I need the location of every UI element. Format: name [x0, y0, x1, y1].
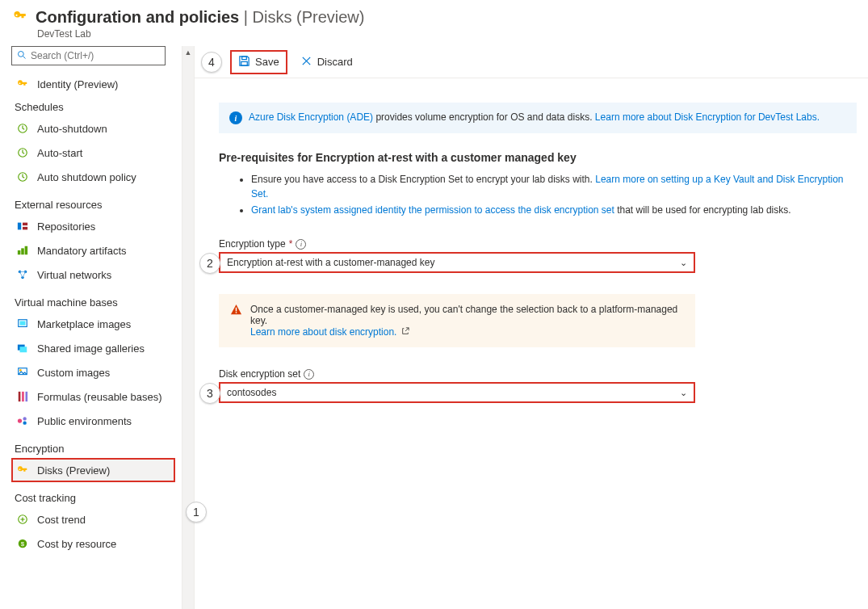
cost-resource-icon: $ — [16, 537, 29, 550]
key-icon — [13, 9, 27, 26]
svg-rect-17 — [20, 346, 27, 352]
gallery-icon — [16, 342, 29, 355]
sidebar-item-label: Auto-start — [37, 147, 82, 159]
sidebar-item-auto-shutdown[interactable]: Auto-shutdown — [11, 116, 175, 141]
discard-icon — [300, 55, 312, 69]
save-label: Save — [255, 56, 279, 68]
prerequisites-heading: Pre-requisites for Encryption at-rest wi… — [219, 151, 860, 164]
info-banner: i Azure Disk Encryption (ADE) provides v… — [219, 103, 857, 133]
sidebar-item-label: Auto shutdown policy — [37, 171, 136, 183]
scrollbar[interactable]: ▲ — [182, 46, 195, 609]
formulas-icon — [16, 390, 29, 403]
sidebar-item-label: Virtual networks — [37, 269, 111, 281]
clock-icon — [16, 122, 29, 135]
breadcrumb: DevTest Lab — [13, 28, 855, 40]
sidebar-item-label: Identity (Preview) — [37, 78, 118, 90]
sidebar-item-label: Marketplace images — [37, 318, 131, 330]
key-icon — [16, 464, 29, 477]
svg-text:$: $ — [21, 540, 25, 548]
sidebar-item-label: Repositories — [37, 220, 95, 233]
external-link-icon — [401, 328, 409, 337]
cost-trend-icon — [16, 513, 29, 526]
sidebar-item-disks[interactable]: Disks (Preview) — [11, 458, 175, 482]
svg-rect-20 — [19, 392, 21, 401]
learn-more-disk-encryption-link[interactable]: Learn more about Disk Encryption for Dev… — [595, 111, 820, 123]
svg-point-0 — [19, 51, 24, 57]
svg-rect-29 — [242, 56, 247, 59]
info-icon: i — [229, 111, 242, 124]
list-item: Grant lab's system assigned identity the… — [251, 203, 857, 217]
marketplace-icon — [16, 317, 29, 330]
save-icon — [238, 55, 250, 69]
sidebar-item-marketplace-images[interactable]: Marketplace images — [11, 312, 175, 336]
warning-text: Once a customer-managed key is used, you… — [250, 304, 677, 326]
sidebar-item-label: Cost trend — [37, 514, 86, 526]
sidebar-item-mandatory-artifacts[interactable]: Mandatory artifacts — [11, 238, 175, 262]
nav-group-encryption: Encryption — [11, 433, 175, 458]
prerequisites-list: Ensure you have access to a Disk Encrypt… — [219, 172, 857, 217]
callout-1: 1 — [186, 502, 207, 523]
save-button[interactable]: Save — [230, 50, 287, 74]
warning-icon — [230, 304, 242, 318]
sidebar-item-identity[interactable]: Identity (Preview) — [11, 72, 175, 96]
sidebar-item-auto-start[interactable]: Auto-start — [11, 141, 175, 165]
callout-3: 3 — [199, 383, 220, 404]
network-icon — [16, 268, 29, 281]
dropdown-value: Encryption at-rest with a customer-manag… — [227, 257, 434, 268]
encryption-type-label: Encryption type * i — [219, 238, 860, 250]
nav-group-cost: Cost tracking — [11, 482, 175, 507]
ade-link[interactable]: Azure Disk Encryption (ADE) — [249, 111, 373, 123]
svg-line-1 — [23, 56, 26, 58]
chevron-down-icon: ⌄ — [680, 258, 687, 268]
nav-group-schedules: Schedules — [11, 96, 175, 116]
repo-icon — [16, 220, 29, 233]
sidebar-item-label: Public environments — [37, 415, 132, 427]
search-input[interactable] — [11, 46, 166, 65]
discard-label: Discard — [317, 56, 353, 68]
sidebar-item-label: Cost by resource — [37, 538, 116, 550]
svg-point-25 — [23, 421, 26, 424]
info-tooltip-icon[interactable]: i — [296, 239, 306, 250]
environments-icon — [16, 414, 29, 427]
sidebar-item-custom-images[interactable]: Custom images — [11, 360, 175, 384]
sidebar-item-label: Auto-shutdown — [37, 123, 107, 135]
svg-rect-8 — [18, 250, 21, 254]
page-header: Configuration and policies | Disks (Prev… — [0, 0, 868, 46]
encryption-type-dropdown[interactable]: Encryption at-rest with a customer-manag… — [219, 252, 695, 273]
learn-more-warning-link[interactable]: Learn more about disk encryption. — [250, 326, 396, 338]
main-content: 4 Save Discard i — [195, 46, 868, 609]
svg-rect-32 — [236, 312, 237, 313]
toolbar: 4 Save Discard — [195, 46, 868, 78]
sidebar-item-virtual-networks[interactable]: Virtual networks — [11, 262, 175, 287]
scroll-up-icon[interactable]: ▲ — [182, 46, 194, 59]
chevron-down-icon: ⌄ — [680, 388, 687, 398]
info-tooltip-icon[interactable]: i — [304, 369, 314, 380]
grant-permission-link[interactable]: Grant lab's system assigned identity the… — [251, 204, 614, 216]
sidebar-item-auto-shutdown-policy[interactable]: Auto shutdown policy — [11, 165, 175, 189]
clock-icon — [16, 170, 29, 183]
svg-rect-7 — [23, 227, 27, 230]
clock-icon — [16, 146, 29, 159]
custom-image-icon — [16, 366, 29, 379]
disk-encryption-set-label: Disk encryption set i — [219, 368, 860, 380]
sidebar-item-label: Custom images — [37, 367, 110, 379]
svg-rect-5 — [18, 223, 21, 230]
sidebar-item-formulas[interactable]: Formulas (reusable bases) — [11, 384, 175, 409]
sidebar-item-public-environments[interactable]: Public environments — [11, 409, 175, 433]
sidebar-item-repositories[interactable]: Repositories — [11, 214, 175, 238]
required-asterisk: * — [289, 238, 293, 250]
key-icon — [16, 78, 29, 90]
discard-button[interactable]: Discard — [292, 50, 361, 74]
svg-rect-30 — [241, 61, 248, 65]
svg-point-19 — [19, 369, 22, 372]
svg-rect-10 — [25, 246, 28, 255]
disk-encryption-set-dropdown[interactable]: contosodes ⌄ — [219, 382, 695, 403]
svg-rect-6 — [23, 223, 27, 226]
sidebar-item-cost-by-resource[interactable]: $ Cost by resource — [11, 531, 175, 556]
svg-rect-21 — [22, 392, 24, 401]
sidebar-item-cost-trend[interactable]: Cost trend — [11, 507, 175, 531]
search-field[interactable] — [31, 50, 160, 61]
nav-group-vmbases: Virtual machine bases — [11, 287, 175, 312]
sidebar-item-label: Shared image galleries — [37, 342, 145, 355]
sidebar-item-shared-image-galleries[interactable]: Shared image galleries — [11, 336, 175, 360]
